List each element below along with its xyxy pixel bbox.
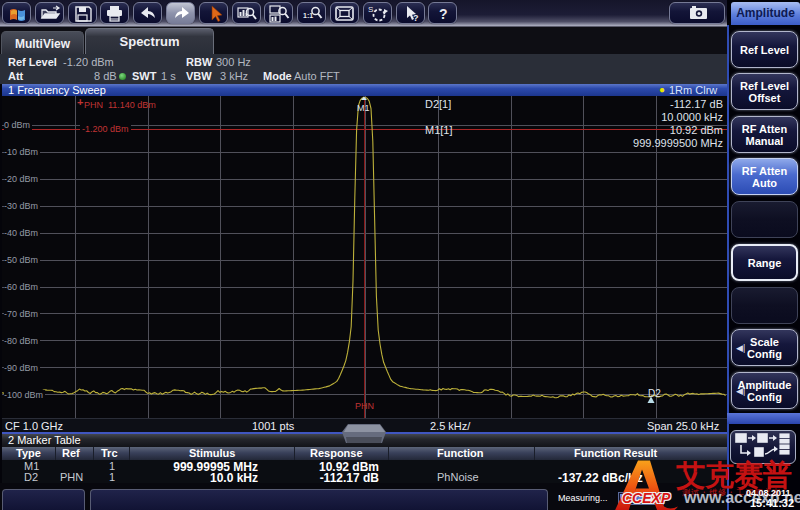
svg-text:?: ? <box>439 6 448 22</box>
svg-text:?: ? <box>413 13 419 23</box>
svg-text:S: S <box>368 5 373 14</box>
